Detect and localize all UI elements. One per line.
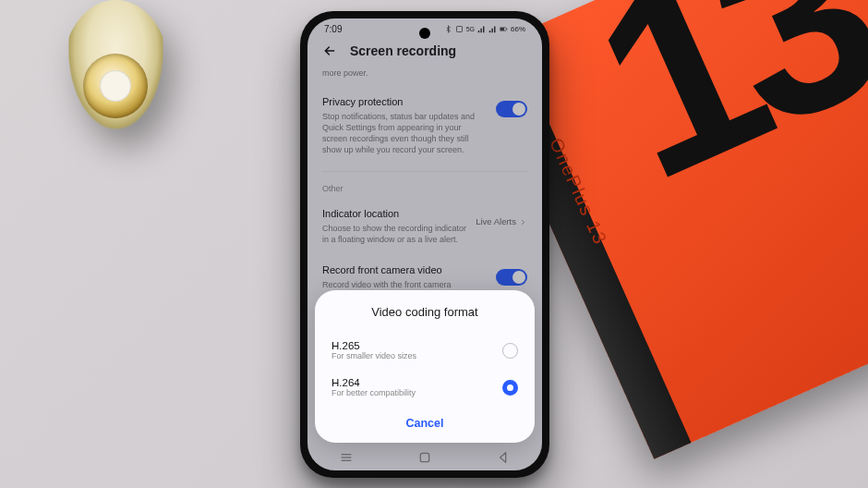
nav-bar — [307, 445, 542, 470]
camera-punch-hole — [419, 28, 430, 39]
phone-screen: 7:09 5G 66% Screen recording more power.… — [307, 18, 542, 470]
option-h264[interactable]: H.264 For better compatibility — [332, 369, 518, 406]
svg-rect-7 — [420, 453, 428, 461]
desk-clock-prop — [63, 0, 169, 139]
option-h264-subtitle: For better compatibility — [332, 388, 416, 397]
nav-recents-icon[interactable] — [339, 450, 354, 465]
option-h264-title: H.264 — [332, 377, 416, 388]
video-coding-sheet: Video coding format H.265 For smaller vi… — [315, 290, 535, 443]
box-number-text: 13 — [564, 0, 868, 220]
radio-h265[interactable] — [502, 343, 518, 359]
cancel-button[interactable]: Cancel — [332, 406, 518, 435]
option-h265-title: H.265 — [332, 340, 416, 351]
sheet-title: Video coding format — [332, 305, 518, 332]
phone-frame: 7:09 5G 66% Screen recording more power.… — [300, 11, 549, 478]
nav-home-icon[interactable] — [417, 450, 432, 465]
nav-back-icon[interactable] — [496, 450, 511, 465]
option-h265-subtitle: For smaller video sizes — [332, 351, 416, 360]
option-h265[interactable]: H.265 For smaller video sizes — [332, 332, 518, 369]
radio-h264[interactable] — [502, 380, 518, 396]
